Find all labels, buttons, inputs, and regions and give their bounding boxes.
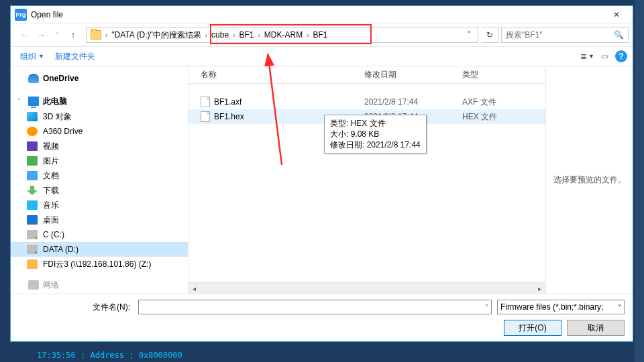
chevron-down-icon: ˅ xyxy=(17,98,24,105)
filename-label: 文件名(N): xyxy=(19,302,133,313)
chevron-down-icon: ▼ xyxy=(38,53,44,60)
sidebar-item-label: 桌面 xyxy=(43,215,59,226)
sidebar-item-label: A360 Drive xyxy=(43,127,83,136)
app-icon: Prg xyxy=(15,9,27,21)
column-header-row: 名称 修改日期 类型 xyxy=(189,66,545,84)
sidebar-item-label: FDI云3 (\\192.168.101.86) (Z:) xyxy=(43,259,151,270)
desktop-icon xyxy=(27,215,38,225)
column-header-date[interactable]: 修改日期 xyxy=(364,69,462,80)
close-button[interactable]: ✕ xyxy=(602,6,631,23)
new-folder-button[interactable]: 新建文件夹 xyxy=(51,51,99,62)
open-file-dialog: Prg Open file ✕ ← → ˅ ↑ › "DATA (D:)"中的搜… xyxy=(10,5,633,342)
file-row[interactable]: BF1.axf 2021/2/8 17:44 AXF 文件 xyxy=(189,95,545,109)
file-name: BF1.hex xyxy=(214,112,244,121)
sidebar: OneDrive ˅ 此电脑 3D 对象 A360 Drive 视频 图片 文档… xyxy=(11,66,189,294)
sidebar-item-music[interactable]: 音乐 xyxy=(11,198,188,213)
crumb-cube[interactable]: cube xyxy=(209,30,231,40)
sidebar-label: OneDrive xyxy=(43,74,78,83)
document-icon xyxy=(27,171,38,180)
tooltip-line: 大小: 9.08 KB xyxy=(330,129,421,139)
sidebar-group-onedrive[interactable]: OneDrive xyxy=(11,70,188,86)
cancel-button[interactable]: 取消 xyxy=(567,320,625,336)
sidebar-group-network[interactable]: 网络 xyxy=(11,277,188,293)
sidebar-label: 此电脑 xyxy=(43,96,67,107)
help-button[interactable]: ? xyxy=(615,50,627,62)
tooltip-line: 修改日期: 2021/2/8 17:44 xyxy=(330,139,421,150)
tooltip-line: 类型: HEX 文件 xyxy=(330,118,421,129)
chevron-right-icon: › xyxy=(204,32,209,39)
music-icon xyxy=(27,200,38,210)
sidebar-item-drive-c[interactable]: C (C:) xyxy=(11,227,188,242)
sidebar-item-label: DATA (D:) xyxy=(43,245,78,254)
file-type: HEX 文件 xyxy=(462,111,545,123)
sidebar-item-3d[interactable]: 3D 对象 xyxy=(11,109,188,124)
drive-icon xyxy=(27,245,38,254)
file-type: AXF 文件 xyxy=(462,97,545,108)
chevron-right-icon: › xyxy=(231,32,236,39)
up-button[interactable]: ↑ xyxy=(67,29,79,40)
preview-pane: 选择要预览的文件。 xyxy=(545,66,633,294)
column-header-name[interactable]: 名称 xyxy=(189,69,364,80)
filename-input[interactable]: ˅ xyxy=(138,300,492,314)
sidebar-item-pictures[interactable]: 图片 xyxy=(11,154,188,168)
organize-label: 组织 xyxy=(20,51,36,62)
file-list: 名称 修改日期 类型 BF1.axf 2021/2/8 17:44 AXF 文件… xyxy=(189,66,545,294)
preview-text: 选择要预览的文件。 xyxy=(553,174,626,186)
preview-toggle-button[interactable]: ▭ xyxy=(601,52,608,61)
dialog-footer: 文件名(N): ˅ Firmware files (*.bin;*.binary… xyxy=(11,294,633,341)
sidebar-group-thispc[interactable]: ˅ 此电脑 xyxy=(11,93,188,109)
log-output: 17:35:56 : Address : 0x8000000 xyxy=(37,351,182,360)
pc-icon xyxy=(28,97,39,106)
scroll-left-button[interactable]: ◂ xyxy=(189,283,200,294)
refresh-icon: ↻ xyxy=(486,30,493,40)
cube-icon xyxy=(27,112,38,121)
sidebar-item-documents[interactable]: 文档 xyxy=(11,168,188,183)
chevron-right-icon: › xyxy=(305,32,310,39)
sidebar-item-label: 下载 xyxy=(43,185,59,196)
sidebar-item-label: 图片 xyxy=(43,156,59,167)
sidebar-item-label: 视频 xyxy=(43,141,59,152)
picture-icon xyxy=(27,156,38,166)
forward-button[interactable]: → xyxy=(35,29,47,40)
history-dropdown[interactable]: ˅ xyxy=(51,32,63,39)
drive-icon xyxy=(27,230,38,239)
path-dropdown[interactable]: ˅ xyxy=(462,30,476,40)
sidebar-item-a360[interactable]: A360 Drive xyxy=(11,124,188,139)
sidebar-item-label: 文档 xyxy=(43,170,59,182)
scroll-right-button[interactable]: ▸ xyxy=(534,283,545,294)
search-icon: 🔍 xyxy=(614,30,624,40)
sidebar-label: 网络 xyxy=(43,280,59,291)
breadcrumb[interactable]: › "DATA (D:)"中的搜索结果 › cube › BF1 › MDK-A… xyxy=(86,27,478,43)
column-header-type[interactable]: 类型 xyxy=(462,69,545,80)
sidebar-item-netdrive[interactable]: FDI云3 (\\192.168.101.86) (Z:) xyxy=(11,257,188,272)
crumb-mdkarm[interactable]: MDK-ARM xyxy=(262,30,305,40)
sidebar-item-label: 音乐 xyxy=(43,200,59,211)
search-field[interactable] xyxy=(506,30,610,40)
onedrive-icon xyxy=(28,74,39,83)
sidebar-item-desktop[interactable]: 桌面 xyxy=(11,213,188,227)
chevron-down-icon[interactable]: ˅ xyxy=(485,304,488,311)
a360-icon xyxy=(27,127,38,136)
file-filter-dropdown[interactable]: Firmware files (*.bin;*.binary; ˅ xyxy=(497,300,625,314)
sidebar-item-drive-d[interactable]: DATA (D:) xyxy=(11,242,188,257)
crumb-bf1-2[interactable]: BF1 xyxy=(311,30,331,40)
sidebar-item-label: 3D 对象 xyxy=(43,111,72,123)
back-button[interactable]: ← xyxy=(19,29,31,40)
window-title: Open file xyxy=(31,10,602,19)
open-button[interactable]: 打开(O) xyxy=(504,320,561,336)
download-icon xyxy=(27,186,38,195)
crumb-root[interactable]: "DATA (D:)"中的搜索结果 xyxy=(109,29,203,41)
sidebar-item-downloads[interactable]: 下载 xyxy=(11,183,188,198)
video-icon xyxy=(27,141,38,151)
organize-menu[interactable]: 组织 ▼ xyxy=(16,51,48,62)
close-icon: ✕ xyxy=(613,10,620,19)
crumb-bf1[interactable]: BF1 xyxy=(236,30,256,40)
sidebar-item-video[interactable]: 视频 xyxy=(11,139,188,154)
refresh-button[interactable]: ↻ xyxy=(481,27,498,43)
chevron-down-icon: ˅ xyxy=(618,304,621,311)
search-input[interactable]: 🔍 xyxy=(501,27,629,43)
filter-label: Firmware files (*.bin;*.binary; xyxy=(500,302,603,312)
titlebar: Prg Open file ✕ xyxy=(11,6,633,23)
view-mode-button[interactable]: ≣ ▼ xyxy=(580,52,594,61)
horizontal-scrollbar[interactable]: ◂ ▸ xyxy=(189,282,545,294)
